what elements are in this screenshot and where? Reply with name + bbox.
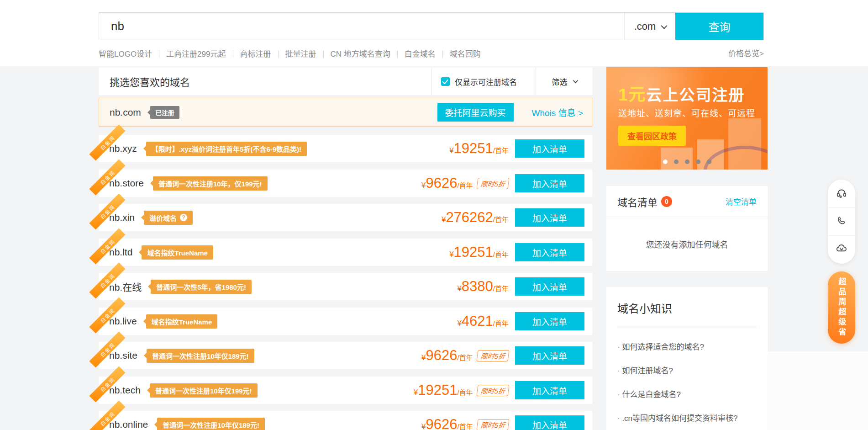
promo-tag: 普通词一次性注册10年仅189元! — [157, 418, 265, 430]
price-overview-link[interactable]: 价格总览> — [728, 48, 764, 59]
nav-link-domain-buyback[interactable]: 域名回购 — [442, 50, 488, 58]
promo-tag: 普通词一次性注册10年仅199元! — [150, 383, 258, 398]
price: ¥276262/首年 — [442, 209, 509, 226]
add-to-cart-button[interactable]: 加入清单 — [515, 174, 584, 192]
registerable-only-checkbox[interactable] — [441, 77, 450, 86]
customer-service-button[interactable] — [828, 180, 855, 207]
nav-link-bulk-registration[interactable]: 批量注册 — [278, 50, 323, 58]
domain-list: 挑选您喜欢的域名 仅显示可注册域名 筛选 nb.com 已注册 委托阿里云购买 … — [99, 68, 592, 430]
cart-header: 域名清单 0 清空清单 — [606, 186, 768, 217]
help-icon[interactable]: ? — [180, 214, 187, 221]
feedback-button[interactable] — [828, 235, 855, 263]
whois-info-link[interactable]: Whois 信息 > — [532, 106, 583, 118]
domain-row: 白金词 nb.xin 溢价域名? ¥276262/首年 加入清单 — [99, 204, 592, 231]
add-to-cart-button[interactable]: 加入清单 — [515, 277, 584, 296]
super-sale-text: 超品周超级省 — [836, 277, 847, 338]
add-to-cart-button[interactable]: 加入清单 — [515, 415, 584, 430]
promo-banner[interactable]: 1元云上公司注册 送地址、送刻章、可在线、可远程 查看园区政策 — [606, 67, 768, 170]
tips-item[interactable]: 如何选择适合您的域名? — [617, 340, 757, 352]
nav-link-cn-local-domain[interactable]: CN 地方域名查询 — [323, 50, 397, 58]
domain-name: nb.site — [109, 350, 137, 361]
price-unit: /首年 — [493, 283, 509, 293]
promo-tag-text: 域名指纹TrueName — [152, 317, 212, 326]
carousel-dot[interactable] — [663, 159, 668, 164]
delegate-purchase-button[interactable]: 委托阿里云购买 — [437, 103, 514, 122]
add-to-cart-button[interactable]: 加入清单 — [515, 381, 584, 399]
promo-tag-text: 普通词一次性注册10年，仅199元! — [158, 179, 262, 188]
feedback-cloud-icon — [835, 242, 848, 257]
tips-item[interactable]: 什么是白金域名? — [617, 388, 757, 399]
nav-link-trademark[interactable]: 商标注册 — [233, 50, 278, 58]
banner-subtitle: 送地址、送刻章、可在线、可远程 — [618, 106, 755, 119]
banner-cta-button[interactable]: 查看园区政策 — [618, 126, 686, 146]
promo-tag-text: 域名指纹TrueName — [147, 248, 208, 257]
add-to-cart-button[interactable]: 加入清单 — [515, 346, 584, 365]
headset-icon — [836, 187, 847, 201]
nav-link-logo-design[interactable]: 智能LOGO设计 — [99, 50, 159, 58]
super-sale-floating-button[interactable]: 超品周超级省 — [828, 271, 855, 344]
registered-status-badge: 已注册 — [150, 106, 179, 119]
add-to-cart-button[interactable]: 加入清单 — [515, 139, 584, 158]
price-value: 9626 — [426, 175, 458, 191]
domain-tips-card: 域名小知识 如何选择适合您的域名? 如何注册域名? 什么是白金域名? .cn等国… — [606, 287, 768, 430]
clear-cart-link[interactable]: 清空清单 — [726, 196, 757, 207]
carousel-dot[interactable] — [685, 159, 689, 164]
promo-tag-text: 普通词一次性注册10年仅189元! — [152, 351, 249, 361]
price-unit: /首年 — [493, 249, 509, 259]
add-to-cart-button[interactable]: 加入清单 — [515, 312, 584, 330]
tld-select[interactable]: .com — [624, 13, 675, 40]
price-unit: /首年 — [457, 387, 473, 397]
price: ¥19251/首年 — [449, 140, 509, 157]
nav-link-platinum-domain[interactable]: 白金域名 — [397, 50, 442, 58]
promo-tag-text: 普通词一次性注册10年仅189元! — [163, 420, 259, 430]
tips-item[interactable]: .cn等国内域名如何提交资料审核? — [617, 412, 757, 423]
search-button[interactable]: 查询 — [675, 13, 763, 40]
promo-tag: 域名指纹TrueName — [142, 245, 213, 260]
cart-empty-text: 您还没有添加任何域名 — [606, 217, 768, 250]
phone-icon — [836, 215, 847, 228]
banner-title-rest: 云上公司注册 — [647, 86, 745, 104]
cart-count-badge: 0 — [661, 196, 672, 207]
domain-row: 白金词 nb.在线 普通词一次性5年，省1980元! ¥8380/首年 加入清单 — [99, 273, 592, 300]
page: .com 查询 智能LOGO设计 工商注册299元起 商标注册 批量注册 CN … — [0, 0, 868, 430]
price-value: 9626 — [426, 416, 458, 430]
domain-name: nb.在线 — [109, 280, 142, 293]
price-value: 276262 — [446, 209, 493, 226]
banner-building-illustration — [661, 148, 693, 170]
phone-contact-button[interactable] — [828, 207, 855, 235]
currency-symbol: ¥ — [457, 284, 461, 293]
domain-name: nb.store — [109, 178, 144, 189]
carousel-dot[interactable] — [674, 159, 679, 164]
chevron-down-icon — [573, 78, 578, 83]
platinum-word-ribbon: 白金词 — [89, 366, 125, 402]
checkbox-label: 仅显示可注册域名 — [455, 76, 517, 87]
sub-nav: 智能LOGO设计 工商注册299元起 商标注册 批量注册 CN 地方域名查询 白… — [99, 48, 488, 59]
chevron-down-icon — [661, 22, 668, 29]
price-unit: /首年 — [457, 180, 473, 190]
domain-row: 白金词 nb.online 普通词一次性注册10年仅189元! ¥9626/首年… — [99, 411, 592, 430]
promo-tag-text: 溢价域名 — [149, 213, 177, 223]
nav-link-biz-registration[interactable]: 工商注册299元起 — [159, 50, 232, 58]
price-value: 19251 — [418, 382, 457, 398]
promo-tag-text: 【限时】.xyz溢价词注册首年5折(不含6-9数品类)! — [152, 144, 301, 154]
currency-symbol: ¥ — [421, 353, 426, 362]
domain-row: 白金词 nb.site 普通词一次性注册10年仅189元! ¥9626/首年 限… — [99, 342, 592, 369]
promo-tag-text: 普通词一次性注册10年仅199元! — [155, 386, 252, 395]
add-to-cart-button[interactable]: 加入清单 — [515, 208, 584, 227]
registerable-filter: 仅显示可注册域名 — [431, 68, 536, 95]
promo-tag: 【限时】.xyz溢价词注册首年5折(不含6-9数品类)! — [146, 142, 307, 156]
add-to-cart-button[interactable]: 加入清单 — [515, 243, 584, 261]
currency-symbol: ¥ — [421, 181, 426, 190]
promo-tag: 普通词一次性注册10年仅189元! — [147, 349, 254, 363]
carousel-dot[interactable] — [696, 159, 700, 164]
platinum-word-ribbon: 白金词 — [89, 331, 125, 367]
search-input[interactable] — [99, 13, 624, 40]
filter-dropdown[interactable]: 筛选 — [536, 68, 592, 95]
carousel-dot[interactable] — [707, 159, 711, 164]
promo-tag: 域名指纹TrueName — [146, 314, 218, 329]
tips-item[interactable]: 如何注册域名? — [617, 364, 757, 376]
tld-selected-value: .com — [634, 21, 656, 32]
domain-row: 白金词 nb.xyz 【限时】.xyz溢价词注册首年5折(不含6-9数品类)! … — [99, 135, 592, 162]
promo-tag: 普通词一次性注册10年，仅199元! — [153, 176, 268, 191]
domain-search-box: .com 查询 — [99, 12, 764, 40]
